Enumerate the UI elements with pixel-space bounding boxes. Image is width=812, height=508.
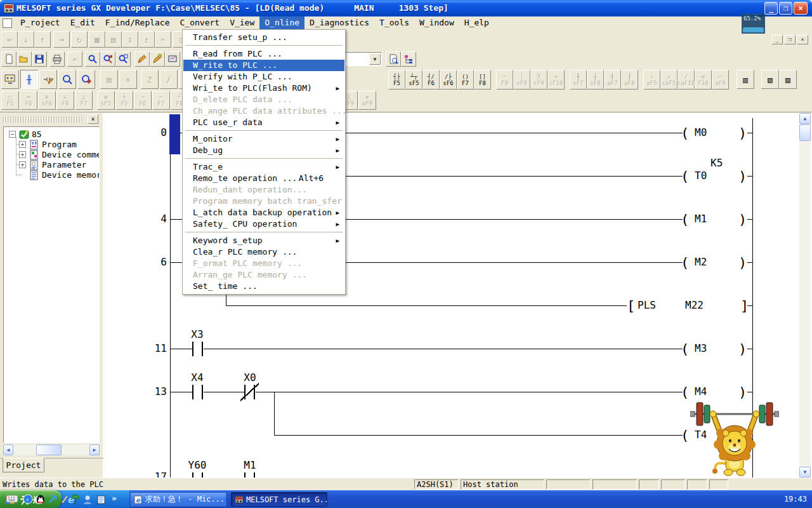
menu-window[interactable]: W̲indow: [414, 17, 459, 29]
panel-grip[interactable]: [2, 116, 83, 123]
menu-diagnostics[interactable]: D̲iagnostics: [304, 17, 374, 29]
menu-item-write-flash-rom[interactable]: Wri̲te to PLC(Flash ROM)▶: [183, 83, 344, 94]
tool-closed-contact[interactable]: ┤/F6: [422, 70, 440, 90]
vertical-scrollbar[interactable]: ▲ ▼: [799, 113, 811, 478]
scroll-down-button[interactable]: ▼: [799, 467, 811, 478]
tree-root-label[interactable]: 85: [32, 130, 42, 140]
tray-clock[interactable]: 19:43: [784, 495, 807, 504]
tool-horizontal-line[interactable]: ─F9: [496, 70, 513, 90]
tool-pulse-rising-branch[interactable]: ┨aF7: [604, 70, 621, 90]
menu-item-program-memory-batch-transfer[interactable]: Program memory batch tran̲sfer: [183, 196, 344, 207]
copy-block-button[interactable]: ▤: [105, 31, 122, 48]
close-button[interactable]: ×: [794, 2, 808, 15]
find-prev-button[interactable]: ↑: [34, 31, 51, 48]
menu-item-redundant-operation[interactable]: Redun̲dant operation...: [183, 184, 344, 196]
read-mode-button[interactable]: [58, 70, 76, 89]
tool-rung-write[interactable]: ╤F10: [695, 70, 712, 90]
cut-rung-button[interactable]: ✂: [155, 31, 171, 48]
device-memory-tool-button[interactable]: ▥: [737, 70, 754, 89]
instruction-list-button[interactable]: ▧: [761, 70, 779, 89]
tool-pulse-falling-branch[interactable]: ┠aF8: [621, 70, 638, 90]
scroll-right-button[interactable]: ▶: [89, 444, 100, 455]
menu-item-plc-user-data[interactable]: PLC use̲r data▶: [183, 117, 344, 128]
find-contact-button[interactable]: [115, 51, 131, 67]
device-batch-button[interactable]: [150, 51, 165, 67]
tool-pulse-falling[interactable]: ╁sF8: [587, 70, 604, 90]
quicklaunch-explorer-icon[interactable]: [96, 495, 107, 505]
project-data-list-button[interactable]: [401, 51, 416, 67]
sfc-tool-button[interactable]: ≠aF9: [358, 91, 376, 110]
tool-invert-operation[interactable]: ↑aF5: [643, 70, 660, 90]
tool-delete-vline[interactable]: ∗cF10: [547, 70, 565, 90]
sfc-tool-button[interactable]: □F5: [1, 91, 19, 110]
tray-language-icon[interactable]: ‹: [23, 494, 33, 504]
tab-project[interactable]: Project: [3, 458, 44, 472]
combo-dropdown-button[interactable]: ▼: [369, 53, 381, 65]
minimize-button[interactable]: _: [764, 2, 778, 15]
quicklaunch-messenger-icon[interactable]: [82, 495, 93, 505]
menu-item-format-plc-memory[interactable]: F̲ormat PLC memory ...: [183, 258, 344, 269]
comment-display-button[interactable]: Z: [141, 70, 159, 89]
sfc-tool-button[interactable]: ¬F6: [134, 91, 152, 110]
tool-vertical-line[interactable]: │sF9: [513, 70, 530, 90]
expand-toggle[interactable]: +: [19, 151, 26, 158]
tree-horizontal-scrollbar[interactable]: ◀ ▶: [3, 444, 100, 455]
tool-open-contact[interactable]: ┤├F5: [388, 70, 405, 90]
open-project-button[interactable]: [16, 51, 32, 67]
tool-delete-operation[interactable]: ∕caF10: [678, 70, 695, 90]
menu-item-clear-plc-memory[interactable]: Clea̲r PLC memory ...: [183, 246, 344, 258]
menu-view[interactable]: V̲iew: [225, 17, 259, 29]
scroll-thumb[interactable]: [799, 124, 811, 141]
expand-toggle[interactable]: +: [19, 141, 26, 148]
expand-toggle[interactable]: +: [19, 161, 26, 168]
sfc-tool-button[interactable]: ≡sF6: [38, 91, 56, 110]
device-test-button[interactable]: [134, 51, 150, 67]
program-check-button[interactable]: [386, 51, 401, 67]
menu-item-read-from-plc[interactable]: R̲ead from PLC ...: [183, 48, 344, 60]
tray-qq-icon[interactable]: [36, 493, 46, 505]
menu-item-safety-cpu-operation[interactable]: Safety̲ CPU operation▶: [183, 218, 344, 230]
tree-item-device-comment[interactable]: Device comment: [42, 150, 100, 160]
child-minimize-button[interactable]: _: [771, 35, 783, 44]
collapse-toggle[interactable]: −: [9, 131, 16, 138]
monitor-start-button[interactable]: ▤: [100, 70, 118, 89]
tree-item-program[interactable]: Program: [42, 140, 77, 150]
child-close-button[interactable]: ×: [797, 35, 808, 44]
tray-arrow-icon[interactable]: [48, 495, 57, 504]
sfc-tool-button[interactable]: ═F6: [20, 91, 37, 110]
mdi-child-icon[interactable]: [3, 18, 12, 28]
tray-pen-icon[interactable]: [60, 494, 69, 504]
find-button[interactable]: ∞: [1, 31, 18, 48]
tool-rung-delete[interactable]: ⌐aF9: [712, 70, 729, 90]
monitor-stop-button[interactable]: ✕: [119, 70, 137, 89]
sfc-tool-button[interactable]: ⊥F7: [75, 91, 93, 110]
ladder-monitor-button[interactable]: [1, 70, 19, 89]
menu-online[interactable]: O̲nline: [259, 17, 304, 29]
panel-close-button[interactable]: ×: [88, 114, 98, 124]
tool-delete-hline[interactable]: ╳cF9: [530, 70, 547, 90]
ladder-write-button[interactable]: [39, 70, 57, 89]
sfc-tool-button[interactable]: ⌐F7: [152, 91, 170, 110]
menu-project[interactable]: P̲roject: [15, 17, 65, 29]
menu-edit[interactable]: E̲dit: [65, 17, 100, 29]
write-mode-button[interactable]: [77, 70, 95, 89]
delete-row-button[interactable]: ↥: [138, 31, 155, 48]
project-tree[interactable]: − 85 + Program + Device comment + Parame…: [3, 126, 100, 443]
print-button[interactable]: [49, 51, 65, 67]
tree-item-device-memory[interactable]: Device memory: [42, 170, 100, 180]
menu-item-monitor[interactable]: M̲onitor▶: [183, 133, 344, 145]
menu-help[interactable]: H̲elp: [459, 17, 494, 29]
menu-item-remote-operation[interactable]: Remo̲te operation ...Alt+6: [183, 173, 344, 184]
sfc-tool-button[interactable]: ┼F5: [115, 91, 133, 110]
block-select-button[interactable]: ▦: [89, 31, 105, 48]
convert-button[interactable]: ↻: [71, 31, 88, 48]
insert-row-button[interactable]: ↧: [122, 31, 138, 48]
menu-item-trace[interactable]: Trac̲e▶: [183, 161, 344, 173]
sfc-tool-button[interactable]: ⊠sF5: [97, 91, 115, 110]
ladder-edit-toggle[interactable]: ╫: [20, 70, 38, 89]
find-device-button[interactable]: [85, 51, 100, 67]
new-project-button[interactable]: [1, 51, 16, 67]
menu-convert[interactable]: C̲onvert: [175, 17, 225, 29]
menu-item-transfer-setup[interactable]: Transfer setu̲p ...: [183, 32, 344, 43]
tool-coil[interactable]: ()F7: [457, 70, 474, 90]
